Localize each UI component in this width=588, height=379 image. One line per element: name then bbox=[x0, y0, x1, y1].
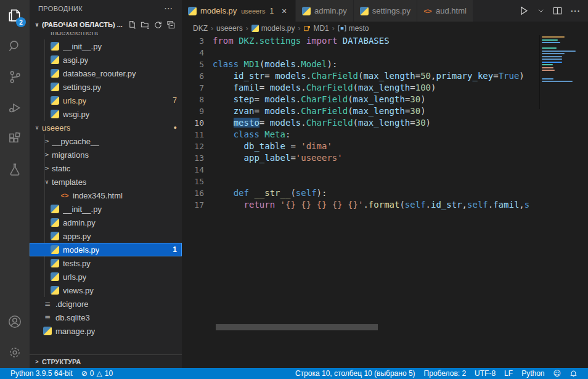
code-area[interactable]: 3from DKZ.settings import DATABASES45cla… bbox=[182, 35, 588, 368]
sidebar-more-icon[interactable]: ··· bbox=[165, 5, 173, 12]
tab-models.py[interactable]: models.pyuseeers1× bbox=[182, 0, 296, 22]
code-line-13[interactable]: 13app_label='useeers' bbox=[182, 152, 588, 164]
warning-icon: △ bbox=[96, 369, 102, 378]
tree-item-migrations[interactable]: >migrations bbox=[30, 148, 182, 161]
code-token: app_label bbox=[244, 153, 291, 163]
run-dropdown-chevron-icon[interactable] bbox=[537, 7, 544, 14]
new-folder-icon[interactable] bbox=[141, 20, 150, 30]
tree-item-badge: 7 bbox=[173, 96, 177, 105]
code-line-15[interactable]: 15 bbox=[182, 176, 588, 187]
code-text: app_label='useeers' bbox=[213, 152, 588, 164]
refresh-icon[interactable] bbox=[153, 20, 163, 30]
language-mode-status[interactable]: Python bbox=[517, 368, 549, 379]
tree-item-tests.py[interactable]: tests.py bbox=[30, 256, 182, 270]
tab-settings.py[interactable]: settings.py bbox=[354, 0, 417, 22]
code-line-17[interactable]: 17return '{} {} {} {} {}'.format(self.id… bbox=[182, 199, 588, 211]
breadcrumb-item-models.py[interactable]: models.py bbox=[251, 24, 295, 33]
code-line-9[interactable]: 9zvan= models.CharField(max_length=30) bbox=[182, 105, 588, 117]
tree-item-index345.html[interactable]: <>index345.html bbox=[30, 189, 182, 202]
code-line-7[interactable]: 7famil= models.CharField(max_length=100) bbox=[182, 82, 588, 94]
tree-item-wsgi.py[interactable]: wsgi.py bbox=[30, 107, 182, 121]
breadcrumb-item-MD1[interactable]: MD1 bbox=[303, 24, 329, 33]
minimap[interactable] bbox=[539, 35, 582, 109]
outline-label: СТРУКТУРА bbox=[42, 358, 81, 365]
python-interpreter-status[interactable]: Python 3.9.5 64-bit bbox=[6, 368, 77, 379]
editor-more-actions-icon[interactable]: ··· bbox=[571, 6, 581, 15]
code-line-5[interactable]: 5class MD1(models.Model): bbox=[182, 59, 588, 70]
tree-item-admin.py[interactable]: admin.py bbox=[30, 216, 182, 229]
breadcrumb-item-useeers[interactable]: useeers bbox=[216, 24, 243, 33]
code-line-8[interactable]: 8step= models.CharField(max_length=30) bbox=[182, 94, 588, 105]
explorer-icon[interactable]: 2 bbox=[0, 0, 30, 31]
tree-item-label: useeers bbox=[42, 123, 70, 132]
breadcrumb-separator: › bbox=[298, 24, 300, 33]
tree-item-label: .dcignore bbox=[55, 300, 88, 309]
code-token: max_length bbox=[358, 118, 410, 128]
tree-item-label: db.sqlite3 bbox=[55, 313, 90, 322]
tab-label: admin.py bbox=[314, 6, 347, 15]
problems-status[interactable]: ⊘ 0 △ 10 bbox=[77, 368, 117, 379]
search-icon[interactable] bbox=[0, 31, 30, 62]
tree-item-__pycache__[interactable]: >__pycache__ bbox=[30, 134, 182, 148]
tree-item-.dcignore[interactable]: ≡.dcignore bbox=[30, 297, 182, 311]
tree-item-urls.py[interactable]: urls.py bbox=[30, 270, 182, 283]
tree-item-urls.py[interactable]: urls.py7 bbox=[30, 94, 182, 107]
tree-item-asgi.py[interactable]: asgi.py bbox=[30, 53, 182, 67]
tree-item-database_roouter.py[interactable]: database_roouter.py bbox=[30, 67, 182, 80]
workspace-section-header[interactable]: ∨ (РАБОЧАЯ ОБЛАСТЬ) ... bbox=[30, 17, 182, 32]
collapse-all-icon[interactable] bbox=[166, 20, 176, 30]
new-file-icon[interactable] bbox=[128, 20, 137, 30]
breadcrumb-item-mesto[interactable]: mesto bbox=[338, 24, 369, 33]
source-control-icon[interactable] bbox=[0, 62, 30, 92]
split-editor-icon[interactable] bbox=[553, 6, 562, 15]
code-line-12[interactable]: 12db_table = 'dima' bbox=[182, 141, 588, 152]
code-token: 30 bbox=[415, 118, 426, 128]
line-number: 17 bbox=[182, 199, 213, 211]
tree-item-templates[interactable]: ∨templates bbox=[30, 175, 182, 189]
line-number: 11 bbox=[182, 129, 213, 141]
code-line-10[interactable]: 10mesto= models.CharField(max_length=30) bbox=[182, 117, 588, 129]
tree-item-static[interactable]: >static bbox=[30, 161, 182, 175]
tree-item-__init__.py[interactable]: __init__.py bbox=[30, 202, 182, 216]
tree-item-useeers[interactable]: ∨useeers● bbox=[30, 121, 182, 134]
code-line-6[interactable]: 6id_str= models.CharField(max_length=50,… bbox=[182, 70, 588, 82]
tree-item-settings.py[interactable]: settings.py bbox=[30, 80, 182, 94]
notifications-bell-icon[interactable] bbox=[565, 368, 582, 379]
explorer-badge: 2 bbox=[16, 17, 26, 27]
account-icon[interactable] bbox=[0, 306, 30, 337]
python-icon bbox=[51, 245, 59, 254]
run-debug-icon[interactable] bbox=[0, 92, 30, 123]
tree-item-manage.py[interactable]: manage.py bbox=[30, 324, 182, 338]
close-icon[interactable]: × bbox=[279, 6, 289, 16]
settings-gear-icon[interactable] bbox=[0, 337, 30, 368]
cursor-position-status[interactable]: Строка 10, столбец 10 (выбрано 5) bbox=[291, 368, 420, 379]
code-token: = bbox=[254, 94, 264, 104]
tree-item-indexelement[interactable]: indexelement bbox=[30, 32, 182, 39]
encoding-status[interactable]: UTF-8 bbox=[470, 368, 500, 379]
tree-item-apps.py[interactable]: apps.py bbox=[30, 229, 182, 243]
code-line-11[interactable]: 11class Meta: bbox=[182, 129, 588, 141]
tree-item-models.py[interactable]: models.py1 bbox=[30, 243, 182, 256]
testing-icon[interactable] bbox=[0, 154, 30, 185]
tree-item-views.py[interactable]: views.py bbox=[30, 283, 182, 297]
tree-item-__init__.py[interactable]: __init__.py bbox=[30, 39, 182, 53]
code-line-4[interactable]: 4 bbox=[182, 47, 588, 59]
code-token: . bbox=[488, 200, 493, 210]
code-text: step= models.CharField(max_length=30) bbox=[213, 94, 588, 105]
code-line-16[interactable]: 16def __str__(self): bbox=[182, 187, 588, 199]
explorer-actions bbox=[128, 20, 179, 30]
eol-status[interactable]: LF bbox=[500, 368, 517, 379]
code-line-3[interactable]: 3from DKZ.settings import DATABASES bbox=[182, 35, 588, 47]
feedback-icon[interactable]: ☺ bbox=[549, 368, 565, 379]
outline-section-header[interactable]: > СТРУКТУРА bbox=[30, 354, 182, 368]
run-python-file-button[interactable] bbox=[518, 6, 529, 16]
code-line-14[interactable]: 14 bbox=[182, 164, 588, 176]
tree-item-db.sqlite3[interactable]: ≡db.sqlite3 bbox=[30, 311, 182, 324]
tab-admin.py[interactable]: admin.py bbox=[296, 0, 354, 22]
extensions-icon[interactable] bbox=[0, 123, 30, 154]
indentation-status[interactable]: Пробелов: 2 bbox=[420, 368, 471, 379]
tab-aud.html[interactable]: <>aud.html bbox=[417, 0, 473, 22]
horizontal-scrollbar[interactable] bbox=[216, 324, 378, 330]
breadcrumb-item-DKZ[interactable]: DKZ bbox=[193, 24, 208, 33]
breadcrumb-label: models.py bbox=[261, 24, 295, 33]
